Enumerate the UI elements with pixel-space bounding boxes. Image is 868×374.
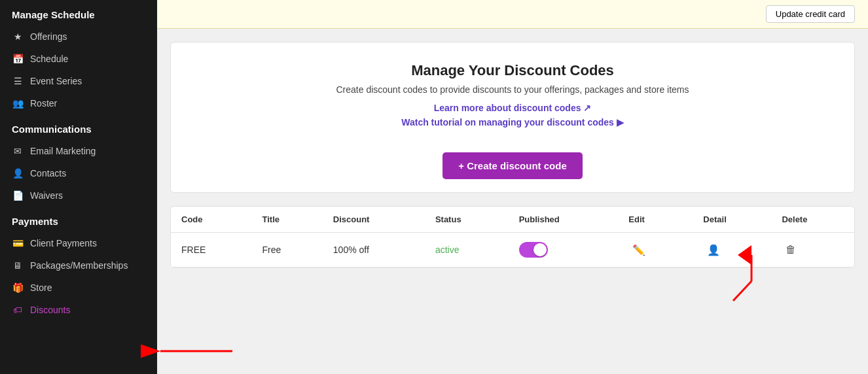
learn-more-link[interactable]: Learn more about discount codes ↗: [184, 103, 841, 113]
detail-button[interactable]: 👤: [703, 243, 724, 258]
sidebar-item-label: Schedule: [30, 54, 68, 64]
calendar-icon: 📅: [12, 54, 24, 64]
credit-card-icon: 💳: [12, 238, 24, 248]
sidebar: Manage Schedule ★ Offerings 📅 Schedule ☰…: [0, 0, 157, 374]
col-header-status: Status: [425, 207, 509, 233]
cell-published: [509, 233, 619, 267]
discount-card-title: Manage Your Discount Codes: [184, 62, 841, 79]
cell-title: Free: [252, 233, 323, 267]
sidebar-item-client-payments[interactable]: 💳 Client Payments: [0, 232, 157, 254]
watch-tutorial-link[interactable]: Watch tutorial on managing your discount…: [184, 117, 841, 128]
col-header-published: Published: [509, 207, 619, 233]
sidebar-item-label: Contacts: [30, 168, 66, 178]
warning-bar: Update credit card: [157, 0, 868, 29]
published-toggle[interactable]: [519, 242, 548, 258]
col-header-delete: Delete: [771, 207, 854, 233]
sidebar-item-waivers[interactable]: 📄 Waivers: [0, 184, 157, 207]
col-header-discount: Discount: [323, 207, 425, 233]
cell-code: FREE: [171, 233, 252, 267]
discount-codes-card: Manage Your Discount Codes Create discou…: [170, 42, 855, 193]
waiver-icon: 📄: [12, 190, 24, 201]
sidebar-item-label: Email Marketing: [30, 146, 96, 156]
cell-delete: 🗑: [771, 233, 854, 267]
col-header-detail: Detail: [693, 207, 771, 233]
main-content: Update credit card Manage Your Discount …: [157, 0, 868, 374]
status-badge: active: [435, 245, 460, 255]
sidebar-item-label: Waivers: [30, 190, 63, 201]
sidebar-item-roster[interactable]: 👥 Roster: [0, 92, 157, 114]
create-discount-code-button[interactable]: + Create discount code: [443, 152, 582, 179]
cell-status: active: [425, 233, 509, 267]
sidebar-section-payments: Payments: [0, 207, 157, 232]
edit-button[interactable]: ✏️: [628, 243, 649, 258]
discount-codes-table: Code Title Discount Status Published Edi…: [171, 207, 854, 267]
col-header-edit: Edit: [618, 207, 693, 233]
cell-discount: 100% off: [323, 233, 425, 267]
sidebar-item-label: Event Series: [30, 76, 82, 86]
content-area: Manage Your Discount Codes Create discou…: [157, 29, 868, 374]
sidebar-item-event-series[interactable]: ☰ Event Series: [0, 70, 157, 92]
package-icon: 🖥: [12, 260, 24, 271]
update-credit-card-button[interactable]: Update credit card: [766, 5, 855, 23]
sidebar-item-packages-memberships[interactable]: 🖥 Packages/Memberships: [0, 254, 157, 277]
sidebar-item-contacts[interactable]: 👤 Contacts: [0, 162, 157, 184]
sidebar-item-label: Store: [30, 282, 52, 293]
sidebar-item-label: Offerings: [30, 31, 67, 42]
tag-icon: 🏷: [12, 305, 24, 315]
published-toggle-container: [519, 242, 608, 258]
sidebar-item-email-marketing[interactable]: ✉ Email Marketing: [0, 140, 157, 162]
email-icon: ✉: [12, 146, 24, 156]
star-icon: ★: [12, 31, 24, 42]
people-icon: 👥: [12, 98, 24, 109]
contact-icon: 👤: [12, 168, 24, 178]
sidebar-item-store[interactable]: 🎁 Store: [0, 277, 157, 299]
sidebar-item-discounts[interactable]: 🏷 Discounts: [0, 299, 157, 321]
sidebar-item-label: Discounts: [30, 305, 70, 315]
discount-codes-table-container: Code Title Discount Status Published Edi…: [170, 206, 855, 268]
discount-card-subtitle: Create discount codes to provide discoun…: [184, 84, 841, 95]
sidebar-item-offerings[interactable]: ★ Offerings: [0, 26, 157, 48]
table-row: FREE Free 100% off active: [171, 233, 854, 267]
delete-button[interactable]: 🗑: [782, 243, 800, 257]
toggle-knob: [533, 243, 547, 256]
sidebar-section-communications: Communications: [0, 114, 157, 140]
store-icon: 🎁: [12, 282, 24, 293]
col-header-title: Title: [252, 207, 323, 233]
sidebar-item-schedule[interactable]: 📅 Schedule: [0, 48, 157, 70]
col-header-code: Code: [171, 207, 252, 233]
cell-edit: ✏️: [618, 233, 693, 267]
sidebar-item-label: Roster: [30, 98, 57, 109]
sidebar-item-label: Packages/Memberships: [30, 260, 128, 271]
table-header-row: Code Title Discount Status Published Edi…: [171, 207, 854, 233]
sidebar-section-manage: Manage Schedule: [0, 0, 157, 26]
sidebar-item-label: Client Payments: [30, 238, 97, 248]
cell-detail: 👤: [693, 233, 771, 267]
list-icon: ☰: [12, 76, 24, 86]
